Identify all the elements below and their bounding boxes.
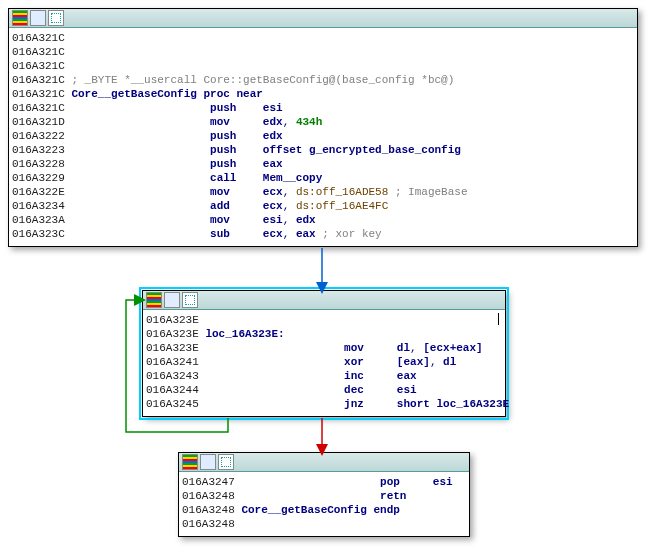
disasm-line[interactable]: 016A322E mov ecx, ds:off_16ADE58 ; Image…: [12, 185, 634, 199]
block-titlebar: [179, 453, 469, 472]
color-mode-icon[interactable]: [182, 454, 198, 470]
color-mode-icon[interactable]: [12, 10, 28, 26]
disasm-line[interactable]: 016A3243 inc eax: [146, 369, 502, 383]
disasm-line[interactable]: 016A3248: [182, 517, 466, 531]
disasm-line[interactable]: 016A321C: [12, 59, 634, 73]
disasm-block-2-loop: 016A323E 016A323E loc_16A323E:016A323E m…: [142, 290, 506, 417]
disasm-line[interactable]: 016A323A mov esi, edx: [12, 213, 634, 227]
disasm-line[interactable]: 016A323E: [146, 313, 502, 327]
disasm-line[interactable]: 016A321C: [12, 45, 634, 59]
disasm-lines: 016A321C 016A321C 016A321C 016A321C ; _B…: [9, 28, 637, 246]
disasm-line[interactable]: 016A3248 retn: [182, 489, 466, 503]
disasm-line[interactable]: 016A321C Core__getBaseConfig proc near: [12, 87, 634, 101]
graph-mode-icon[interactable]: [218, 454, 234, 470]
disasm-line[interactable]: 016A3248 Core__getBaseConfig endp: [182, 503, 466, 517]
block-titlebar: [143, 291, 505, 310]
disasm-line[interactable]: 016A3241 xor [eax], dl: [146, 355, 502, 369]
disasm-line[interactable]: 016A3245 jnz short loc_16A323E: [146, 397, 502, 411]
block-options-icon[interactable]: [30, 10, 46, 26]
disasm-line[interactable]: 016A3247 pop esi: [182, 475, 466, 489]
disasm-line[interactable]: 016A321C: [12, 31, 634, 45]
cursor-bar: [498, 313, 499, 325]
disasm-line[interactable]: 016A323C sub ecx, eax ; xor key: [12, 227, 634, 241]
disasm-lines: 016A323E 016A323E loc_16A323E:016A323E m…: [143, 310, 505, 416]
disasm-line[interactable]: 016A3223 push offset g_encrypted_base_co…: [12, 143, 634, 157]
disasm-block-1: 016A321C 016A321C 016A321C 016A321C ; _B…: [8, 8, 638, 247]
block-titlebar: [9, 9, 637, 28]
disasm-line[interactable]: 016A323E mov dl, [ecx+eax]: [146, 341, 502, 355]
disasm-line[interactable]: 016A321C ; _BYTE *__usercall Core::getBa…: [12, 73, 634, 87]
disasm-line[interactable]: 016A323E loc_16A323E:: [146, 327, 502, 341]
disasm-line[interactable]: 016A321C push esi: [12, 101, 634, 115]
graph-mode-icon[interactable]: [48, 10, 64, 26]
disasm-line[interactable]: 016A3234 add ecx, ds:off_16AE4FC: [12, 199, 634, 213]
disasm-line[interactable]: 016A3244 dec esi: [146, 383, 502, 397]
disasm-line[interactable]: 016A3228 push eax: [12, 157, 634, 171]
color-mode-icon[interactable]: [146, 292, 162, 308]
disasm-line[interactable]: 016A321D mov edx, 434h: [12, 115, 634, 129]
block-options-icon[interactable]: [200, 454, 216, 470]
disasm-line[interactable]: 016A3222 push edx: [12, 129, 634, 143]
disasm-line[interactable]: 016A3229 call Mem__copy: [12, 171, 634, 185]
disasm-block-3-epilogue: 016A3247 pop esi016A3248 retn 016A3248 C…: [178, 452, 470, 537]
block-options-icon[interactable]: [164, 292, 180, 308]
graph-mode-icon[interactable]: [182, 292, 198, 308]
disasm-lines: 016A3247 pop esi016A3248 retn 016A3248 C…: [179, 472, 469, 536]
